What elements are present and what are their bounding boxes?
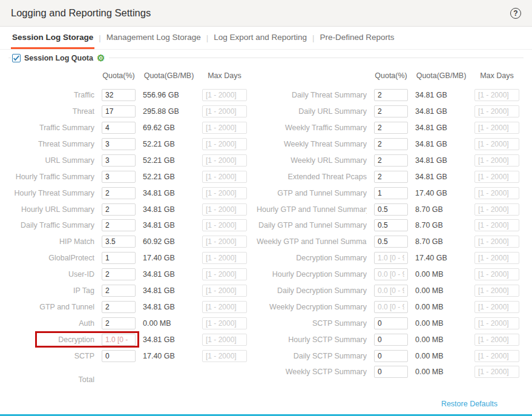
quota-percent-input[interactable] bbox=[374, 203, 408, 216]
max-days-input[interactable] bbox=[202, 301, 247, 313]
quota-percent-input[interactable] bbox=[102, 301, 136, 313]
max-days-input[interactable] bbox=[475, 187, 519, 199]
tab-pre-defined-reports[interactable]: Pre-Defined Reports bbox=[318, 27, 395, 49]
quota-percent-input[interactable] bbox=[374, 89, 408, 101]
max-days-input[interactable] bbox=[202, 171, 247, 183]
max-days-input[interactable] bbox=[475, 268, 519, 280]
quota-size-value: 8.70 GB bbox=[415, 237, 467, 246]
header-max-days: Max Days bbox=[202, 71, 247, 80]
quota-size-value: 34.81 GB bbox=[415, 107, 467, 116]
quota-percent-input[interactable] bbox=[374, 301, 408, 313]
quota-row: Hourly Traffic Summary 52.21 GB bbox=[12, 168, 247, 185]
max-days-input[interactable] bbox=[475, 203, 519, 216]
quota-size-value: 17.40 GB bbox=[415, 254, 467, 262]
quota-percent-input[interactable] bbox=[102, 203, 136, 216]
max-days-input[interactable] bbox=[202, 219, 247, 231]
quota-row: Weekly Traffic Summary 34.81 GB bbox=[257, 120, 519, 136]
max-days-input[interactable] bbox=[202, 122, 247, 134]
quota-size-value: 52.21 GB bbox=[143, 156, 195, 165]
header-quota-percent: Quota(%) bbox=[102, 71, 136, 80]
max-days-input[interactable] bbox=[475, 317, 519, 329]
quota-percent-input[interactable] bbox=[102, 105, 136, 117]
max-days-input[interactable] bbox=[475, 154, 519, 167]
max-days-input[interactable] bbox=[202, 268, 247, 280]
max-days-input[interactable] bbox=[202, 89, 247, 101]
max-days-input[interactable] bbox=[475, 334, 519, 346]
max-days-input[interactable] bbox=[202, 285, 247, 297]
quota-size-value: 34.81 GB bbox=[415, 173, 467, 181]
quota-percent-input[interactable] bbox=[374, 285, 408, 297]
max-days-input[interactable] bbox=[202, 138, 247, 150]
quota-percent-input[interactable] bbox=[102, 154, 136, 167]
tab-separator: | bbox=[206, 27, 208, 49]
restore-defaults-link[interactable]: Restore Defaults bbox=[441, 400, 498, 408]
quota-percent-input[interactable] bbox=[102, 138, 136, 150]
max-days-input[interactable] bbox=[202, 187, 247, 199]
quota-percent-input[interactable] bbox=[374, 122, 408, 134]
quota-percent-input[interactable] bbox=[102, 317, 136, 329]
max-days-input[interactable] bbox=[475, 350, 519, 362]
max-days-input[interactable] bbox=[202, 350, 247, 362]
max-days-input[interactable] bbox=[202, 105, 247, 117]
quota-percent-input[interactable] bbox=[374, 252, 408, 264]
quota-percent-input[interactable] bbox=[374, 154, 408, 167]
max-days-input[interactable] bbox=[475, 122, 519, 134]
quota-percent-input[interactable] bbox=[102, 122, 136, 134]
tab-management-log-storage[interactable]: Management Log Storage bbox=[105, 27, 202, 49]
quota-percent-input[interactable] bbox=[102, 171, 136, 183]
dialog-title: Logging and Reporting Settings bbox=[11, 7, 151, 19]
quota-percent-input[interactable] bbox=[102, 252, 136, 264]
quota-percent-input[interactable] bbox=[374, 171, 408, 183]
max-days-input[interactable] bbox=[202, 252, 247, 264]
max-days-input[interactable] bbox=[202, 236, 247, 248]
quota-percent-input[interactable] bbox=[102, 268, 136, 280]
quota-percent-input[interactable] bbox=[374, 268, 408, 280]
quota-percent-input[interactable] bbox=[102, 89, 136, 101]
max-days-input[interactable] bbox=[475, 285, 519, 297]
max-days-input[interactable] bbox=[475, 89, 519, 101]
quota-percent-input[interactable] bbox=[374, 366, 408, 378]
right-rows-container: Daily Threat Summary 34.81 GB Daily URL … bbox=[257, 87, 519, 380]
quota-percent-input[interactable] bbox=[374, 350, 408, 362]
max-days-input[interactable] bbox=[475, 366, 519, 378]
max-days-input[interactable] bbox=[475, 138, 519, 150]
quota-percent-input[interactable] bbox=[102, 236, 136, 248]
session-log-quota-legend: Session Log Quota ⚙ bbox=[11, 53, 109, 62]
max-days-input[interactable] bbox=[202, 334, 247, 346]
max-days-input[interactable] bbox=[475, 301, 519, 313]
max-days-input[interactable] bbox=[475, 219, 519, 231]
quota-percent-input[interactable] bbox=[102, 334, 136, 346]
gear-icon[interactable]: ⚙ bbox=[97, 53, 105, 62]
max-days-input[interactable] bbox=[475, 252, 519, 264]
session-log-quota-checkbox[interactable] bbox=[12, 54, 21, 62]
help-icon[interactable]: ? bbox=[510, 8, 521, 19]
quota-percent-input[interactable] bbox=[102, 219, 136, 231]
quota-percent-input[interactable] bbox=[102, 350, 136, 362]
quota-row: Weekly Decryption Summary 0.00 MB bbox=[257, 299, 519, 315]
quota-percent-input[interactable] bbox=[374, 187, 408, 199]
tab-session-log-storage[interactable]: Session Log Storage bbox=[11, 27, 94, 49]
quota-percent-input[interactable] bbox=[374, 236, 408, 248]
quota-column-right: Quota(%) Quota(GB/MB) Max Days Daily Thr… bbox=[257, 62, 519, 388]
dialog-titlebar: Logging and Reporting Settings ? bbox=[0, 0, 532, 27]
max-days-input[interactable] bbox=[202, 317, 247, 329]
max-days-input[interactable] bbox=[475, 105, 519, 117]
quota-percent-input[interactable] bbox=[374, 105, 408, 117]
max-days-input[interactable] bbox=[202, 203, 247, 216]
quota-row: Traffic 556.96 GB bbox=[12, 87, 247, 104]
row-label: User-ID bbox=[12, 270, 94, 279]
quota-size-value: 17.40 GB bbox=[143, 352, 195, 360]
quota-percent-input[interactable] bbox=[374, 219, 408, 231]
max-days-input[interactable] bbox=[475, 236, 519, 248]
quota-percent-input[interactable] bbox=[374, 334, 408, 346]
row-label: Threat Summary bbox=[12, 140, 94, 148]
quota-percent-input[interactable] bbox=[102, 285, 136, 297]
tab-log-export-and-reporting[interactable]: Log Export and Reporting bbox=[212, 27, 308, 49]
max-days-input[interactable] bbox=[475, 171, 519, 183]
quota-percent-input[interactable] bbox=[374, 138, 408, 150]
max-days-input[interactable] bbox=[202, 154, 247, 167]
quota-percent-input[interactable] bbox=[102, 187, 136, 199]
quota-size-value: 34.81 GB bbox=[415, 156, 467, 165]
tab-separator: | bbox=[312, 27, 314, 49]
quota-percent-input[interactable] bbox=[374, 317, 408, 329]
